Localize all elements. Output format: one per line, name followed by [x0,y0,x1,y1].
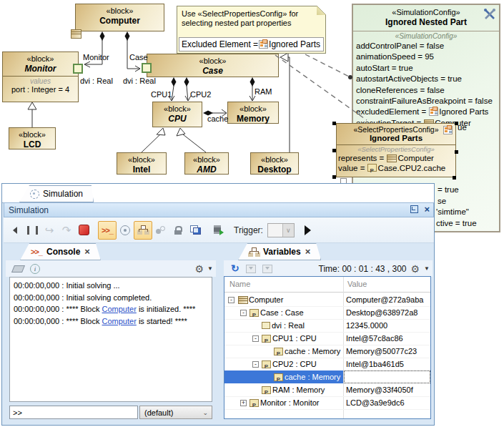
trigger-select[interactable]: ∨ [267,223,295,237]
toolbar-collapse-icon [13,227,17,234]
tab-console[interactable]: >>_ Console × [20,243,101,260]
console-language-select[interactable]: (default) ⌄ [139,406,212,419]
step-into-button[interactable]: ↪ [41,222,58,239]
simulation-toolbar: ↪ ↷ >>_ Trigger: ∨ [4,217,434,243]
open-in-window-button[interactable] [187,222,204,239]
block-case[interactable]: «block» Case [147,54,279,77]
collapse-icon[interactable] [252,335,259,342]
tools-icon [483,9,496,20]
console-panel: >>_ Console × i ⚙ ▼ 00:00:00,000 : Initi… [6,243,216,421]
table-row[interactable]: Case : Case Desktop@638972a8 [224,306,430,320]
table-row[interactable]: Computer Computer@272a9aba [224,293,430,307]
expand-icon[interactable] [240,400,247,406]
info-icon[interactable]: i [30,264,40,274]
block-desktop-stereotype: «block» [251,153,298,165]
note-comment[interactable]: Use «SelectPropertiesConfig» for selecti… [177,6,326,54]
clear-console-icon[interactable] [11,265,25,273]
selection-handle[interactable] [332,122,336,125]
export-html-icon[interactable] [262,265,272,273]
table-row[interactable]: Monitor : Monitor LCD@3a9e9dc6 [224,396,430,410]
table-row-selected[interactable]: cache : Memory [224,370,430,383]
refresh-icon[interactable]: ↻ [231,264,239,273]
export-csv-icon[interactable] [246,265,256,273]
tab-simulation[interactable]: Simulation [19,185,94,202]
block-amd[interactable]: «block» AMD [184,152,229,175]
block-computer[interactable]: «block» Computer [75,4,164,31]
breakpoints-button[interactable] [152,222,169,239]
window-titlebar[interactable]: Simulation × [4,202,434,217]
pause-button[interactable] [24,222,41,239]
select-properties-config-icon [259,40,268,49]
table-row[interactable]: dvi : Real 12345.0000 [224,319,430,333]
collapse-icon[interactable] [252,361,259,368]
role-label-case: Case [129,53,148,62]
chevron-down-icon[interactable]: ▼ [424,265,430,272]
float-window-icon[interactable] [410,205,418,213]
variables-toggle-button[interactable] [134,221,152,240]
monitor-dvi-port[interactable] [73,64,83,74]
export-log-button[interactable] [209,222,227,239]
variables-table[interactable]: Name Value Computer Computer@272a9aba Ca… [224,276,431,419]
panel-splitter[interactable] [216,243,224,421]
table-row[interactable]: CPU2 : CPU Intel@1ba461d5 [224,358,430,371]
simconfig-prop: autoStart = true [356,63,499,74]
lock-button[interactable] [169,222,187,239]
trigger-label: Trigger: [234,225,263,235]
table-row[interactable]: CPU1 : CPU Intel@57c8ac86 [224,332,430,345]
close-icon[interactable]: × [424,205,430,213]
close-icon[interactable]: × [84,248,90,255]
windows-icon [190,225,201,235]
selection-handle[interactable] [332,149,336,152]
stop-icon [79,225,89,235]
value-edit-cell[interactable] [344,370,430,383]
block-case-stereotype: «block» [147,54,278,66]
selectconfig-represents: represents = Computer [337,153,455,163]
chevron-down-icon[interactable]: ▼ [207,265,213,272]
computer-link[interactable]: Computer [102,317,137,325]
selection-handle[interactable] [332,175,336,179]
gear-icon[interactable]: ⚙ [195,264,204,274]
selection-handle[interactable] [453,176,456,180]
toolbar-collapse-button[interactable] [6,222,24,239]
excluded-element-value: Ignored Parts [269,39,320,49]
block-cpu[interactable]: «block» CPU [152,102,202,127]
console-log[interactable]: 00:00:00,000 : Initial solving ... 00:00… [9,277,212,402]
animation-toggle-button[interactable] [117,222,134,239]
computer-link[interactable]: Computer [102,305,137,313]
block-intel[interactable]: «block» Intel [117,152,167,175]
block-memory[interactable]: «block» Memory [227,102,279,124]
step-over-button[interactable]: ↷ [58,222,75,239]
select-properties-config-block[interactable]: «SelectPropertiesConfig» Ignored Parts «… [336,123,456,177]
selection-handle[interactable] [455,150,458,154]
simconfig-fragment: ctive = true [436,219,477,227]
simconfig-fragment: se [438,197,446,205]
simconfig-stereotype: «SimulationConfig» [353,5,499,17]
part-property-icon [262,335,271,343]
collapse-icon[interactable] [240,310,247,316]
table-row[interactable]: cache : Memory Memory@50077c23 [224,345,430,358]
console-input[interactable]: >> [9,406,138,419]
generalization-amd-cpu [177,128,206,152]
excluded-element-label: Excluded Element = [182,39,258,49]
close-icon[interactable]: × [305,248,311,255]
tab-variables[interactable]: Variables × [238,243,321,260]
note-excluded-element-row: Excluded Element = Ignored Parts [179,37,324,51]
select-properties-config-icon [443,126,453,134]
composition-computer-monitor [84,31,105,67]
export-icon [214,225,223,235]
block-intel-stereotype: «block» [117,153,166,165]
case-dvi-port[interactable] [142,63,152,73]
block-lcd[interactable]: «block» LCD [9,127,56,149]
block-desktop[interactable]: «block» Desktop [250,152,299,175]
values-caption: values [3,77,78,85]
console-toggle-button[interactable]: >>_ [98,221,117,240]
selection-handle[interactable] [455,122,458,125]
table-row[interactable]: RAM : Memory Memory@33f4050f [224,383,430,397]
note-line1: Use «SelectPropertiesConfig» for [182,9,298,18]
block-monitor[interactable]: «block» Monitor values port : Integer = … [2,51,79,102]
terminate-button[interactable] [75,222,92,239]
gear-icon[interactable]: ⚙ [411,264,420,274]
console-icon: >>_ [102,226,113,235]
chevron-down-icon: ⌄ [202,409,208,416]
collapse-icon[interactable] [228,297,234,303]
